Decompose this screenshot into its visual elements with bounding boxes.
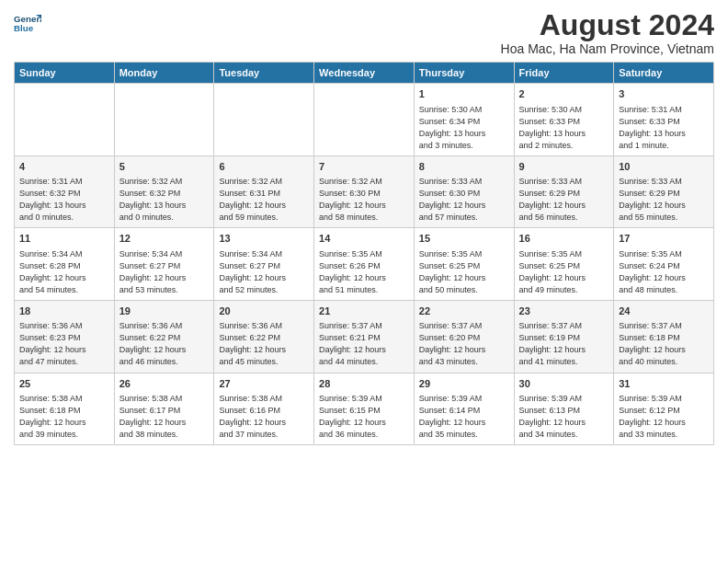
cell-content: Sunrise: 5:33 AM Sunset: 6:29 PM Dayligh…: [519, 176, 609, 224]
col-tuesday: Tuesday: [214, 63, 314, 84]
main-title: August 2024: [501, 9, 714, 41]
day-number: 23: [519, 304, 609, 318]
cell-content: Sunrise: 5:35 AM Sunset: 6:26 PM Dayligh…: [319, 248, 409, 296]
day-number: 8: [419, 160, 509, 174]
cell-content: Sunrise: 5:36 AM Sunset: 6:23 PM Dayligh…: [19, 320, 109, 368]
cell-content: Sunrise: 5:33 AM Sunset: 6:29 PM Dayligh…: [619, 176, 709, 224]
day-number: 19: [119, 304, 210, 318]
calendar-cell: 17Sunrise: 5:35 AM Sunset: 6:24 PM Dayli…: [614, 228, 714, 301]
week-row-4: 18Sunrise: 5:36 AM Sunset: 6:23 PM Dayli…: [15, 300, 714, 373]
cell-content: Sunrise: 5:34 AM Sunset: 6:28 PM Dayligh…: [19, 248, 109, 296]
day-number: 12: [119, 232, 210, 246]
calendar-cell: 11Sunrise: 5:34 AM Sunset: 6:28 PM Dayli…: [15, 228, 115, 301]
day-number: 1: [419, 87, 509, 101]
week-row-1: 1Sunrise: 5:30 AM Sunset: 6:34 PM Daylig…: [15, 84, 714, 156]
day-number: 16: [519, 232, 609, 246]
cell-content: Sunrise: 5:32 AM Sunset: 6:31 PM Dayligh…: [219, 176, 309, 224]
cell-content: Sunrise: 5:37 AM Sunset: 6:20 PM Dayligh…: [419, 320, 509, 368]
header: General Blue August 2024 Hoa Mac, Ha Nam…: [14, 9, 714, 56]
logo-icon: General Blue: [14, 9, 41, 37]
calendar-cell: 26Sunrise: 5:38 AM Sunset: 6:17 PM Dayli…: [114, 373, 214, 445]
calendar-cell: [114, 84, 214, 156]
cell-content: Sunrise: 5:35 AM Sunset: 6:25 PM Dayligh…: [519, 248, 609, 296]
day-number: 25: [19, 377, 109, 391]
calendar-cell: 24Sunrise: 5:37 AM Sunset: 6:18 PM Dayli…: [614, 300, 714, 373]
cell-content: Sunrise: 5:30 AM Sunset: 6:33 PM Dayligh…: [519, 104, 609, 152]
cell-content: Sunrise: 5:34 AM Sunset: 6:27 PM Dayligh…: [119, 248, 210, 296]
svg-text:Blue: Blue: [14, 23, 34, 33]
day-number: 30: [519, 377, 609, 391]
cell-content: Sunrise: 5:39 AM Sunset: 6:13 PM Dayligh…: [519, 393, 609, 441]
week-row-3: 11Sunrise: 5:34 AM Sunset: 6:28 PM Dayli…: [15, 228, 714, 301]
calendar-cell: 31Sunrise: 5:39 AM Sunset: 6:12 PM Dayli…: [614, 373, 714, 445]
calendar-table: Sunday Monday Tuesday Wednesday Thursday…: [14, 62, 714, 445]
calendar-cell: [314, 84, 415, 156]
calendar-cell: 8Sunrise: 5:33 AM Sunset: 6:30 PM Daylig…: [414, 155, 514, 228]
header-row: Sunday Monday Tuesday Wednesday Thursday…: [15, 63, 714, 84]
day-number: 3: [619, 87, 709, 101]
cell-content: Sunrise: 5:39 AM Sunset: 6:15 PM Dayligh…: [319, 393, 409, 441]
day-number: 29: [419, 377, 509, 391]
col-sunday: Sunday: [15, 63, 115, 84]
cell-content: Sunrise: 5:34 AM Sunset: 6:27 PM Dayligh…: [219, 248, 309, 296]
day-number: 17: [619, 232, 709, 246]
calendar-cell: 22Sunrise: 5:37 AM Sunset: 6:20 PM Dayli…: [414, 300, 514, 373]
day-number: 20: [219, 304, 309, 318]
cell-content: Sunrise: 5:31 AM Sunset: 6:33 PM Dayligh…: [619, 104, 709, 152]
calendar-cell: 28Sunrise: 5:39 AM Sunset: 6:15 PM Dayli…: [314, 373, 415, 445]
cell-content: Sunrise: 5:35 AM Sunset: 6:25 PM Dayligh…: [419, 248, 509, 296]
calendar-cell: 5Sunrise: 5:32 AM Sunset: 6:32 PM Daylig…: [114, 155, 214, 228]
week-row-5: 25Sunrise: 5:38 AM Sunset: 6:18 PM Dayli…: [15, 373, 714, 445]
day-number: 9: [519, 160, 609, 174]
logo: General Blue: [14, 9, 41, 37]
cell-content: Sunrise: 5:38 AM Sunset: 6:17 PM Dayligh…: [119, 393, 210, 441]
calendar-cell: 14Sunrise: 5:35 AM Sunset: 6:26 PM Dayli…: [314, 228, 415, 301]
col-friday: Friday: [514, 63, 614, 84]
day-number: 18: [19, 304, 109, 318]
cell-content: Sunrise: 5:36 AM Sunset: 6:22 PM Dayligh…: [119, 320, 210, 368]
day-number: 22: [419, 304, 509, 318]
page: General Blue August 2024 Hoa Mac, Ha Nam…: [0, 0, 728, 454]
day-number: 13: [219, 232, 309, 246]
day-number: 6: [219, 160, 309, 174]
calendar-cell: [15, 84, 115, 156]
calendar-cell: 7Sunrise: 5:32 AM Sunset: 6:30 PM Daylig…: [314, 155, 415, 228]
cell-content: Sunrise: 5:32 AM Sunset: 6:32 PM Dayligh…: [119, 176, 210, 224]
day-number: 26: [119, 377, 210, 391]
day-number: 24: [619, 304, 709, 318]
cell-content: Sunrise: 5:37 AM Sunset: 6:21 PM Dayligh…: [319, 320, 409, 368]
calendar-cell: 21Sunrise: 5:37 AM Sunset: 6:21 PM Dayli…: [314, 300, 415, 373]
title-block: August 2024 Hoa Mac, Ha Nam Province, Vi…: [501, 9, 714, 56]
week-row-2: 4Sunrise: 5:31 AM Sunset: 6:32 PM Daylig…: [15, 155, 714, 228]
col-monday: Monday: [114, 63, 214, 84]
calendar-cell: 19Sunrise: 5:36 AM Sunset: 6:22 PM Dayli…: [114, 300, 214, 373]
day-number: 2: [519, 87, 609, 101]
day-number: 10: [619, 160, 709, 174]
calendar-cell: 29Sunrise: 5:39 AM Sunset: 6:14 PM Dayli…: [414, 373, 514, 445]
calendar-cell: 27Sunrise: 5:38 AM Sunset: 6:16 PM Dayli…: [214, 373, 314, 445]
calendar-cell: 23Sunrise: 5:37 AM Sunset: 6:19 PM Dayli…: [514, 300, 614, 373]
cell-content: Sunrise: 5:37 AM Sunset: 6:19 PM Dayligh…: [519, 320, 609, 368]
day-number: 28: [319, 377, 409, 391]
subtitle: Hoa Mac, Ha Nam Province, Vietnam: [501, 41, 714, 56]
calendar-cell: 10Sunrise: 5:33 AM Sunset: 6:29 PM Dayli…: [614, 155, 714, 228]
cell-content: Sunrise: 5:35 AM Sunset: 6:24 PM Dayligh…: [619, 248, 709, 296]
calendar-cell: 4Sunrise: 5:31 AM Sunset: 6:32 PM Daylig…: [15, 155, 115, 228]
col-saturday: Saturday: [614, 63, 714, 84]
calendar-cell: [214, 84, 314, 156]
cell-content: Sunrise: 5:31 AM Sunset: 6:32 PM Dayligh…: [19, 176, 109, 224]
calendar-cell: 1Sunrise: 5:30 AM Sunset: 6:34 PM Daylig…: [414, 84, 514, 156]
cell-content: Sunrise: 5:37 AM Sunset: 6:18 PM Dayligh…: [619, 320, 709, 368]
calendar-cell: 9Sunrise: 5:33 AM Sunset: 6:29 PM Daylig…: [514, 155, 614, 228]
calendar-cell: 15Sunrise: 5:35 AM Sunset: 6:25 PM Dayli…: [414, 228, 514, 301]
calendar-cell: 13Sunrise: 5:34 AM Sunset: 6:27 PM Dayli…: [214, 228, 314, 301]
calendar-cell: 12Sunrise: 5:34 AM Sunset: 6:27 PM Dayli…: [114, 228, 214, 301]
col-thursday: Thursday: [414, 63, 514, 84]
calendar-cell: 3Sunrise: 5:31 AM Sunset: 6:33 PM Daylig…: [614, 84, 714, 156]
cell-content: Sunrise: 5:33 AM Sunset: 6:30 PM Dayligh…: [419, 176, 509, 224]
cell-content: Sunrise: 5:39 AM Sunset: 6:12 PM Dayligh…: [619, 393, 709, 441]
cell-content: Sunrise: 5:38 AM Sunset: 6:18 PM Dayligh…: [19, 393, 109, 441]
calendar-cell: 25Sunrise: 5:38 AM Sunset: 6:18 PM Dayli…: [15, 373, 115, 445]
calendar-cell: 2Sunrise: 5:30 AM Sunset: 6:33 PM Daylig…: [514, 84, 614, 156]
day-number: 4: [19, 160, 109, 174]
